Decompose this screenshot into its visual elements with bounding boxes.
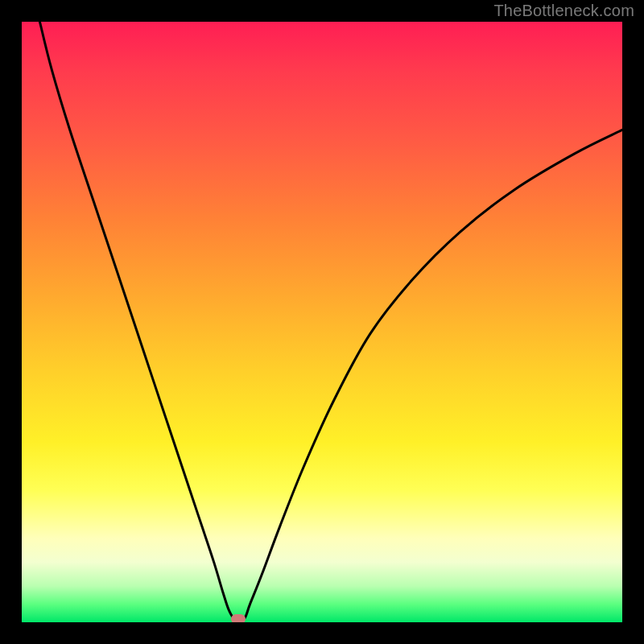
bottleneck-curve — [22, 22, 622, 622]
plot-area — [22, 22, 622, 622]
minimum-marker — [231, 614, 246, 622]
chart-frame: TheBottleneck.com — [0, 0, 644, 644]
watermark-text: TheBottleneck.com — [493, 2, 634, 20]
